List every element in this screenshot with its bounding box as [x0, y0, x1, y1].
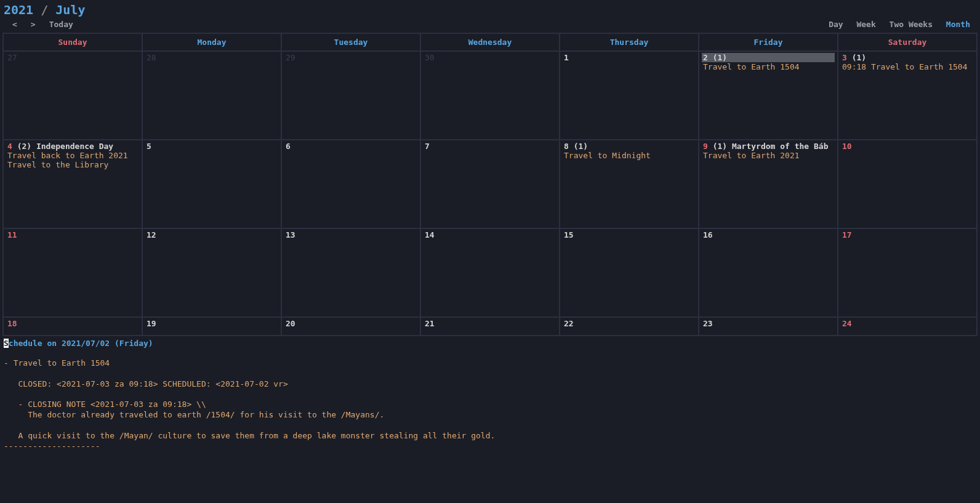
selected-day-highlight: 2 (1) [702, 53, 835, 62]
event-count: (2) [17, 142, 31, 151]
schedule-pane: Schedule on 2021/07/02 (Friday) - Travel… [0, 336, 980, 454]
day-number: 16 [703, 230, 713, 239]
day-cell[interactable]: 16 [699, 228, 838, 317]
view-day[interactable]: Day [829, 20, 843, 29]
day-cell[interactable]: 9 (1) Martyrdom of the Báb Travel to Ear… [699, 140, 838, 228]
day-number: 20 [286, 319, 295, 328]
week-row: 18 19 20 21 22 23 24 [3, 317, 977, 336]
prev-button[interactable]: < [12, 20, 17, 29]
event-item[interactable]: Travel back to Earth 2021 [7, 151, 138, 160]
schedule-title-text: chedule on 2021/07/02 (Friday) [9, 339, 153, 348]
day-number: 24 [842, 319, 852, 328]
day-number: 1 [564, 53, 569, 62]
day-number: 4 [7, 142, 12, 151]
day-number: 28 [147, 53, 156, 62]
day-cell[interactable]: 28 [142, 51, 281, 140]
day-cell[interactable]: 3 (1) 09:18 Travel to Earth 1504 [838, 51, 977, 140]
day-cell[interactable]: 17 [838, 228, 977, 317]
day-number: 23 [703, 319, 713, 328]
weekday-header: Tuesday [281, 33, 420, 51]
event-count: (1) [852, 53, 866, 62]
day-number: 19 [147, 319, 156, 328]
today-button[interactable]: Today [49, 20, 73, 29]
day-number: 8 [564, 142, 569, 151]
day-cell[interactable]: 4 (2) Independence Day Travel back to Ea… [3, 140, 142, 228]
day-cell[interactable]: 11 [3, 228, 142, 317]
day-cell[interactable]: 30 [420, 51, 560, 140]
event-item[interactable]: 09:18 Travel to Earth 1504 [842, 62, 973, 71]
event-count: (1) [713, 142, 727, 151]
day-number: 11 [7, 230, 17, 239]
event-item[interactable]: Travel to Midnight [564, 151, 694, 160]
event-item[interactable]: Travel to Earth 2021 [703, 151, 833, 160]
weekday-header: Wednesday [420, 33, 560, 51]
weekday-header: Saturday [838, 33, 977, 51]
title-sep: / [33, 2, 55, 17]
day-number: 10 [842, 142, 852, 151]
title-year: 2021 [4, 2, 33, 17]
day-number: 12 [147, 230, 156, 239]
day-cell[interactable]: 19 [142, 317, 281, 336]
view-month[interactable]: Month [946, 20, 970, 29]
schedule-divider: -------------------- [4, 441, 976, 451]
day-number: 21 [425, 319, 435, 328]
day-number: 5 [147, 142, 151, 151]
event-item[interactable]: Travel to the Library [7, 160, 138, 169]
day-cell[interactable]: 27 [3, 51, 142, 140]
weekday-header: Friday [699, 33, 838, 51]
day-number: 2 [703, 53, 708, 62]
day-cell[interactable]: 5 [142, 140, 281, 228]
day-number: 30 [425, 53, 435, 62]
title-month: July [55, 2, 85, 17]
day-cell[interactable]: 18 [3, 317, 142, 336]
day-number: 18 [7, 319, 17, 328]
day-number: 27 [7, 53, 17, 62]
weekday-header: Monday [142, 33, 281, 51]
event-item[interactable]: Travel to Earth 1504 [703, 62, 833, 71]
week-row: 4 (2) Independence Day Travel back to Ea… [3, 140, 977, 228]
weekday-header-row: Sunday Monday Tuesday Wednesday Thursday… [3, 33, 977, 51]
week-row: 27 28 29 30 1 2 (1) Travel to Earth 1504… [3, 51, 977, 140]
day-cell[interactable]: 15 [560, 228, 699, 317]
day-number: 6 [286, 142, 291, 151]
event-count: (1) [713, 53, 727, 62]
day-cell[interactable]: 13 [281, 228, 420, 317]
holiday-name: Independence Day [36, 142, 113, 151]
day-cell[interactable]: 14 [420, 228, 560, 317]
day-cell-selected[interactable]: 2 (1) Travel to Earth 1504 [699, 51, 838, 140]
day-number: 7 [425, 142, 430, 151]
schedule-title: Schedule on 2021/07/02 (Friday) [4, 339, 976, 348]
day-number: 3 [842, 53, 847, 62]
view-switcher: Day Week Two Weeks Month [820, 20, 976, 29]
weekday-header: Thursday [560, 33, 699, 51]
schedule-title-cursor: S [4, 339, 9, 348]
day-cell[interactable]: 8 (1) Travel to Midnight [560, 140, 699, 228]
day-number: 13 [286, 230, 295, 239]
day-cell[interactable]: 20 [281, 317, 420, 336]
day-cell[interactable]: 23 [699, 317, 838, 336]
day-number: 9 [703, 142, 708, 151]
day-cell[interactable]: 12 [142, 228, 281, 317]
day-cell[interactable]: 6 [281, 140, 420, 228]
holiday-name: Martyrdom of the Báb [732, 142, 829, 151]
calendar-grid: Sunday Monday Tuesday Wednesday Thursday… [2, 33, 978, 336]
day-number: 29 [286, 53, 295, 62]
day-number: 15 [564, 230, 574, 239]
day-cell[interactable]: 7 [420, 140, 560, 228]
day-cell[interactable]: 10 [838, 140, 977, 228]
page-title: 2021 / July [0, 0, 980, 17]
weekday-header: Sunday [3, 33, 142, 51]
day-cell[interactable]: 22 [560, 317, 699, 336]
day-number: 14 [425, 230, 435, 239]
view-two-weeks[interactable]: Two Weeks [890, 20, 933, 29]
day-cell[interactable]: 24 [838, 317, 977, 336]
day-number: 22 [564, 319, 574, 328]
next-button[interactable]: > [31, 20, 36, 29]
view-week[interactable]: Week [856, 20, 875, 29]
week-row: 11 12 13 14 15 16 17 [3, 228, 977, 317]
schedule-body: - Travel to Earth 1504 CLOSED: <2021-07-… [4, 348, 976, 441]
day-cell[interactable]: 21 [420, 317, 560, 336]
day-cell[interactable]: 29 [281, 51, 420, 140]
day-cell[interactable]: 1 [560, 51, 699, 140]
event-count: (1) [574, 142, 588, 151]
